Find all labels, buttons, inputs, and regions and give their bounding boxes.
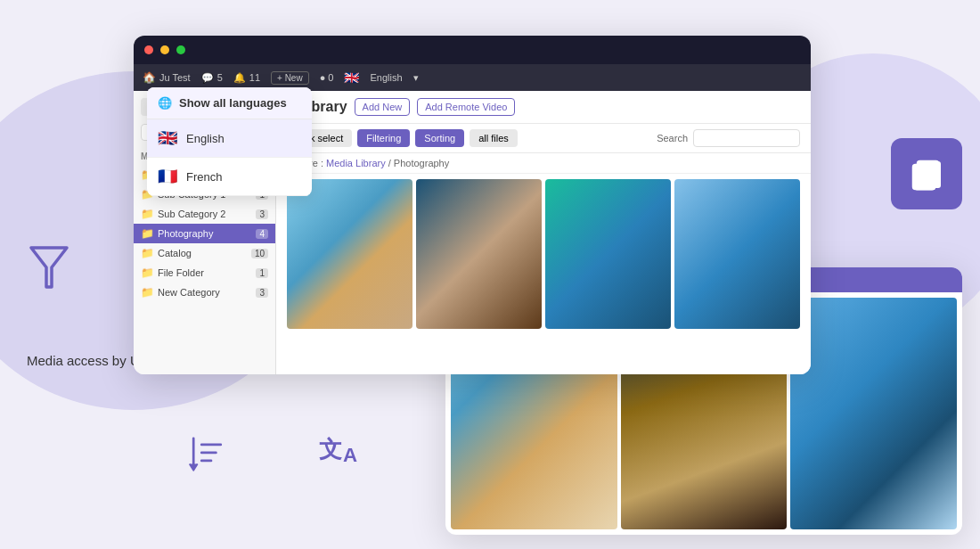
sidebar-item-count: 4 [256, 229, 268, 239]
search-label: Search [657, 133, 688, 143]
folder-icon: 📁 [141, 266, 154, 279]
sidebar-item-count: 3 [256, 209, 268, 219]
french-label: French [186, 170, 222, 184]
sidebar-item-new-category[interactable]: 📁 New Category 3 [134, 283, 275, 302]
nav-lang-arrow: ▾ [413, 72, 419, 84]
english-flag: 🇬🇧 [158, 128, 177, 148]
traffic-light-yellow[interactable] [160, 45, 169, 54]
browser-topbar [134, 36, 811, 64]
notification-icon: 🔔 [233, 72, 246, 84]
nav-flag: 🇬🇧 [344, 70, 359, 85]
photo-wave[interactable] [674, 179, 800, 329]
sidebar-item-label: Catalog [158, 248, 192, 258]
main-area: a Library Add New Add Remote Video Bulk … [276, 91, 811, 374]
nav-notifications[interactable]: 🔔 11 [233, 72, 260, 84]
sorting-button[interactable]: Sorting [415, 129, 464, 147]
folder-icon: 📁 [141, 227, 154, 240]
nav-notifications-count: 11 [249, 72, 260, 83]
breadcrumb-current: Photography [394, 158, 449, 168]
traffic-light-red[interactable] [144, 45, 153, 54]
nav-comments-count: 5 [217, 72, 223, 83]
photo-underwater[interactable] [416, 179, 542, 329]
svg-text:文: 文 [319, 436, 342, 463]
english-label: English [186, 132, 225, 145]
folder-icon: 📁 [141, 286, 154, 299]
filter-icon-container [27, 241, 71, 298]
sort-icon-container [187, 428, 227, 480]
sidebar-item-label: Photography [158, 228, 213, 239]
sidebar-item-sub2[interactable]: 📁 Sub Category 2 3 [134, 204, 275, 224]
dropdown-item-english[interactable]: 🇬🇧 English [147, 119, 312, 158]
sidebar-item-count: 1 [256, 268, 268, 278]
breadcrumb: re here : Media Library / Photography [276, 153, 811, 174]
breadcrumb-link[interactable]: Media Library [326, 158, 386, 168]
sidebar-item-file-folder[interactable]: 📁 File Folder 1 [134, 263, 275, 283]
copy-icon [907, 154, 947, 194]
sidebar-item-label: New Category [158, 287, 220, 298]
french-flag: 🇫🇷 [158, 167, 177, 186]
sidebar-item-count: 10 [251, 249, 268, 258]
filtering-button[interactable]: Filtering [357, 129, 410, 147]
all-files-button[interactable]: all files [470, 129, 518, 147]
nav-lang: English [370, 72, 402, 83]
toolbar: Bulk select Filtering Sorting all files … [276, 124, 811, 153]
add-new-button[interactable]: Add New [355, 98, 411, 116]
translate-icon: 文 A [316, 423, 370, 477]
nav-new-button[interactable]: + New [271, 71, 309, 85]
sidebar-item-label: File Folder [158, 267, 204, 278]
folder-icon: 📁 [141, 247, 154, 259]
add-remote-button[interactable]: Add Remote Video [417, 98, 515, 116]
sidebar-item-label: Sub Category 2 [158, 209, 225, 219]
photo-surfers[interactable] [287, 179, 412, 329]
sidebar-item-count: 3 [256, 288, 268, 298]
filter-icon [27, 241, 71, 294]
sidebar-item-photography[interactable]: 📁 Photography 4 [134, 224, 275, 243]
languages-icon: 🌐 [158, 96, 172, 110]
dropdown-item-french[interactable]: 🇫🇷 French [147, 158, 312, 196]
photo2-boats[interactable] [790, 298, 957, 529]
translate-icon-container: 文 A [316, 423, 370, 480]
nav-home[interactable]: 🏠 Ju Test [143, 71, 191, 84]
dropdown-header-label: Show all languages [179, 96, 287, 110]
dropdown-header: 🌐 Show all languages [147, 87, 312, 119]
nav-site-name: Ju Test [159, 72, 191, 83]
comment-icon: 💬 [201, 72, 214, 84]
home-icon: 🏠 [143, 71, 156, 84]
nav-dot-count: ● 0 [320, 72, 334, 83]
sidebar-item-catalog[interactable]: 📁 Catalog 10 [134, 243, 275, 263]
language-dropdown: 🌐 Show all languages 🇬🇧 English 🇫🇷 Frenc… [147, 87, 312, 196]
photo-boats[interactable] [545, 179, 671, 329]
sort-icon [187, 428, 227, 477]
nav-comments[interactable]: 💬 5 [201, 72, 223, 84]
browser-window: 🏠 Ju Test 💬 5 🔔 11 + New ● 0 🇬🇧 English … [134, 36, 811, 374]
copy-icon-container [891, 138, 962, 209]
photo-grid [276, 174, 811, 334]
folder-icon: 📁 [141, 208, 154, 220]
traffic-light-green[interactable] [176, 45, 185, 54]
svg-text:A: A [343, 444, 357, 466]
search-input[interactable] [693, 129, 800, 147]
main-header: a Library Add New Add Remote Video [276, 91, 811, 124]
